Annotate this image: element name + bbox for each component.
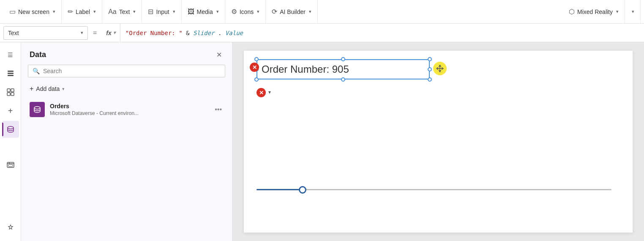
new-screen-button[interactable]: ▭ New screen ▾: [3, 0, 62, 24]
move-icon[interactable]: [433, 62, 447, 75]
fx-chevron[interactable]: ▾: [113, 30, 116, 36]
more-button[interactable]: ▾: [625, 0, 641, 24]
input-chevron[interactable]: ▾: [173, 9, 175, 14]
svg-rect-3: [7, 89, 10, 92]
main-area: ☰ + Data ✕ 🔍 + Add data ▾: [0, 42, 644, 241]
icons-icon: ⚙: [231, 8, 237, 16]
label-label: Label: [76, 8, 90, 15]
formula-property: Value: [225, 30, 243, 36]
property-dropdown[interactable]: Text ▾: [3, 26, 88, 40]
icons-chevron[interactable]: ▾: [257, 9, 259, 14]
canvas-area: Order Number: 905 ✕ ✕ ▾: [232, 42, 644, 241]
svg-point-10: [34, 107, 40, 109]
mixed-reality-icon: ⬡: [569, 8, 575, 16]
add-data-plus-icon: +: [30, 85, 33, 93]
ai-builder-chevron[interactable]: ▾: [309, 9, 311, 14]
data-panel-close[interactable]: ✕: [215, 49, 224, 60]
orders-item-menu[interactable]: •••: [213, 104, 224, 115]
slider-container: [257, 189, 611, 190]
formula-var: Slider: [193, 30, 215, 36]
svg-rect-5: [7, 93, 10, 96]
formula-expression[interactable]: "Order Number: " & Slider . Value: [120, 30, 641, 36]
fx-label: fx: [106, 30, 111, 36]
sidebar-item-layers[interactable]: [2, 65, 19, 82]
formula-string: "Order Number: ": [126, 30, 186, 36]
media-chevron[interactable]: ▾: [216, 9, 219, 14]
element-chevron[interactable]: ▾: [268, 89, 271, 95]
orders-item-info: Orders Microsoft Dataverse - Current env…: [50, 103, 208, 116]
property-label: Text: [8, 30, 19, 36]
new-screen-chevron[interactable]: ▾: [53, 9, 55, 14]
orders-item-name: Orders: [50, 103, 208, 110]
ai-builder-icon: ⟳: [272, 8, 277, 16]
slider-fill: [257, 189, 303, 190]
mixed-reality-button[interactable]: ⬡ Mixed Reality ▾: [563, 0, 625, 24]
formula-dot: .: [218, 30, 221, 36]
screen-icon: ▭: [9, 8, 16, 16]
handle-top-middle[interactable]: [341, 57, 345, 61]
handle-bottom-right[interactable]: [428, 77, 432, 82]
add-data-label: Add data: [36, 85, 60, 92]
handle-top-left[interactable]: [254, 57, 259, 61]
mixed-reality-label: Mixed Reality: [577, 8, 613, 15]
handle-bottom-left[interactable]: [254, 77, 259, 82]
data-panel-title: Data: [30, 50, 46, 59]
svg-rect-2: [8, 75, 14, 76]
icons-label: Icons: [240, 8, 254, 15]
ai-builder-label: AI Builder: [280, 8, 306, 15]
sidebar-item-components[interactable]: [2, 84, 19, 101]
element-text-content: Order Number: 905: [257, 59, 430, 79]
orders-item-icon: [30, 102, 45, 117]
formula-ampersand: &: [186, 30, 193, 36]
property-dropdown-chevron[interactable]: ▾: [81, 30, 83, 36]
svg-rect-9: [8, 164, 13, 167]
label-chevron[interactable]: ▾: [93, 9, 96, 14]
text-element[interactable]: Order Number: 905: [257, 59, 430, 79]
canvas[interactable]: Order Number: 905 ✕ ✕ ▾: [244, 51, 633, 233]
toolbar: ▭ New screen ▾ ✏ Label ▾ Aa Text ▾ ⊟ Inp…: [0, 0, 644, 24]
handle-bottom-middle[interactable]: [341, 77, 345, 82]
formula-bar: Text ▾ = fx ▾ "Order Number: " & Slider …: [0, 24, 644, 42]
input-label: Input: [156, 8, 169, 15]
handle-top-right[interactable]: [428, 57, 432, 61]
error-badge-2[interactable]: ✕: [257, 88, 266, 97]
text-icon: Aa: [108, 8, 117, 16]
more-chevron[interactable]: ▾: [632, 9, 634, 14]
sidebar-icons: ☰ +: [0, 42, 21, 241]
ai-builder-button[interactable]: ⟳ AI Builder ▾: [266, 0, 318, 24]
svg-rect-0: [8, 71, 14, 72]
search-box[interactable]: 🔍: [28, 65, 225, 77]
fx-button[interactable]: fx ▾: [102, 24, 120, 42]
svg-rect-1: [8, 73, 14, 74]
svg-rect-6: [11, 93, 14, 96]
sidebar-item-data[interactable]: [2, 121, 19, 138]
search-input[interactable]: [43, 68, 221, 74]
new-screen-label: New screen: [18, 8, 49, 15]
text-chevron[interactable]: ▾: [133, 9, 136, 14]
equals-sign: =: [88, 29, 102, 37]
search-icon: 🔍: [33, 68, 40, 74]
svg-point-7: [8, 126, 14, 129]
svg-rect-4: [11, 89, 14, 92]
sidebar-item-media[interactable]: [2, 156, 19, 173]
input-icon: ⊟: [148, 8, 153, 16]
slider-track[interactable]: [257, 189, 611, 190]
sidebar-item-settings[interactable]: [2, 220, 19, 237]
handle-middle-right[interactable]: [428, 67, 432, 71]
text-button[interactable]: Aa Text ▾: [102, 0, 142, 24]
input-button[interactable]: ⊟ Input ▾: [142, 0, 181, 24]
data-panel-header: Data ✕: [21, 42, 232, 65]
sidebar-item-add[interactable]: +: [2, 102, 19, 119]
sidebar-item-hamburger[interactable]: ☰: [2, 47, 19, 63]
add-data-chevron[interactable]: ▾: [62, 86, 65, 92]
text-label: Text: [119, 8, 130, 15]
error-badge-1[interactable]: ✕: [250, 63, 259, 72]
label-button[interactable]: ✏ Label ▾: [62, 0, 102, 24]
mixed-reality-chevron[interactable]: ▾: [616, 9, 619, 14]
slider-thumb[interactable]: [299, 186, 306, 194]
media-button[interactable]: 🖼 Media ▾: [182, 0, 225, 24]
add-data-button[interactable]: + Add data ▾: [21, 82, 232, 98]
label-icon: ✏: [68, 8, 73, 16]
icons-button[interactable]: ⚙ Icons ▾: [225, 0, 266, 24]
orders-data-item[interactable]: Orders Microsoft Dataverse - Current env…: [21, 98, 232, 121]
